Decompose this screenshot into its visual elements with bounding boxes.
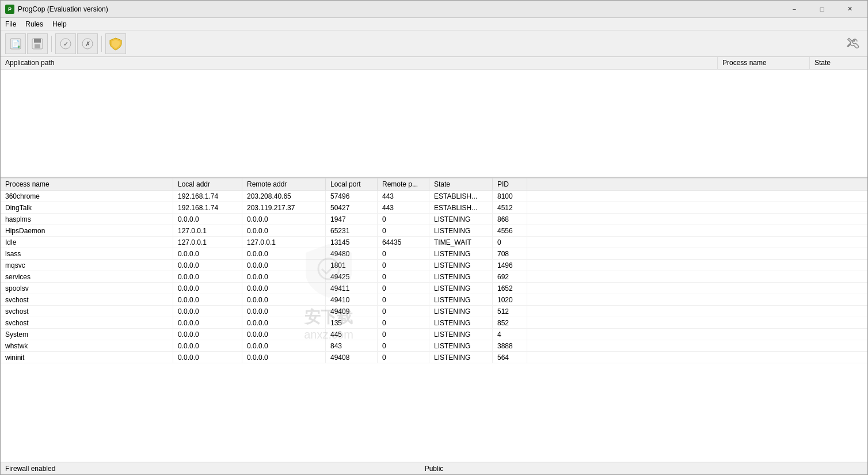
cell-state: LISTENING [429, 340, 493, 351]
cell-pid: 8100 [493, 191, 527, 202]
cell-local-addr: 192.168.1.74 [173, 202, 242, 213]
cell-process: lsass [1, 248, 173, 259]
col-remote-p: Remote p... [378, 178, 429, 190]
table-row[interactable]: spoolsv 0.0.0.0 0.0.0.0 49411 0 LISTENIN… [1, 283, 867, 294]
cell-pid: 4556 [493, 225, 527, 236]
cell-remote-p: 0 [378, 260, 429, 271]
shield-button[interactable] [105, 33, 126, 54]
table-row[interactable]: HipsDaemon 127.0.0.1 0.0.0.0 65231 0 LIS… [1, 225, 867, 237]
status-network-type: Public [291, 465, 577, 473]
table-row[interactable]: Idle 127.0.0.1 127.0.0.1 13145 64435 TIM… [1, 237, 867, 248]
new-rule-button[interactable]: 📄 + [5, 33, 26, 54]
cell-local-port: 1801 [326, 260, 378, 271]
status-firewall: Firewall enabled [5, 465, 291, 473]
save-icon [31, 37, 44, 50]
cell-state: LISTENING [429, 271, 493, 282]
deny-button[interactable]: ✗ [77, 33, 98, 54]
cell-remote-p: 443 [378, 191, 429, 202]
svg-rect-5 [35, 44, 40, 48]
new-rule-icon: 📄 + [9, 37, 22, 50]
cell-state: LISTENING [429, 306, 493, 317]
toolbar-sep-1 [51, 36, 52, 52]
menu-file[interactable]: File [1, 19, 21, 29]
cell-process: Idle [1, 237, 173, 248]
cell-local-addr: 0.0.0.0 [173, 260, 242, 271]
cell-local-addr: 0.0.0.0 [173, 248, 242, 259]
table-row[interactable]: System 0.0.0.0 0.0.0.0 445 0 LISTENING 4 [1, 329, 867, 340]
toolbar-sep-2 [101, 36, 102, 52]
cell-process: svchost [1, 306, 173, 317]
minimize-button[interactable]: − [781, 3, 808, 15]
cell-remote-p: 0 [378, 306, 429, 317]
cell-pid: 4 [493, 329, 527, 340]
cell-remote-p: 0 [378, 317, 429, 328]
cell-local-port: 49480 [326, 248, 378, 259]
cell-remote-p: 0 [378, 352, 429, 363]
cell-local-port: 50427 [326, 202, 378, 213]
menu-help[interactable]: Help [48, 19, 71, 29]
cell-remote-p: 0 [378, 225, 429, 236]
table-row[interactable]: svchost 0.0.0.0 0.0.0.0 135 0 LISTENING … [1, 317, 867, 329]
col-state-upper: State [810, 57, 867, 69]
cell-process: whstwk [1, 340, 173, 351]
cell-pid: 852 [493, 317, 527, 328]
cell-remote-addr: 0.0.0.0 [242, 294, 326, 305]
table-row[interactable]: svchost 0.0.0.0 0.0.0.0 49409 0 LISTENIN… [1, 306, 867, 317]
table-row[interactable]: services 0.0.0.0 0.0.0.0 49425 0 LISTENI… [1, 271, 867, 283]
svg-text:✗: ✗ [85, 40, 90, 47]
connection-table: 360chrome 192.168.1.74 203.208.40.65 574… [1, 191, 867, 462]
cell-process: HipsDaemon [1, 225, 173, 236]
cell-pid: 1652 [493, 283, 527, 294]
table-row[interactable]: DingTalk 192.168.1.74 203.119.217.37 504… [1, 202, 867, 214]
cell-local-addr: 0.0.0.0 [173, 283, 242, 294]
table-row[interactable]: whstwk 0.0.0.0 0.0.0.0 843 0 LISTENING 3… [1, 340, 867, 352]
cell-pid: 1496 [493, 260, 527, 271]
table-row[interactable]: mqsvc 0.0.0.0 0.0.0.0 1801 0 LISTENING 1… [1, 260, 867, 271]
upper-panel: Application path Process name State [1, 57, 867, 178]
svg-text:✓: ✓ [63, 40, 68, 47]
svg-rect-4 [34, 39, 41, 43]
cell-local-addr: 192.168.1.74 [173, 191, 242, 202]
cell-pid: 512 [493, 306, 527, 317]
window-controls: − □ ✕ [781, 3, 863, 15]
title-bar: P ProgCop (Evaluation version) − □ ✕ [1, 1, 867, 18]
cell-state: LISTENING [429, 225, 493, 236]
cell-remote-addr: 0.0.0.0 [242, 248, 326, 259]
cell-remote-addr: 0.0.0.0 [242, 306, 326, 317]
upper-panel-header: Application path Process name State [1, 57, 867, 70]
cell-local-port: 49410 [326, 294, 378, 305]
cell-pid: 692 [493, 271, 527, 282]
cell-remote-p: 0 [378, 214, 429, 225]
toolbar: 📄 + ✓ ✗ [1, 31, 867, 57]
allow-icon: ✓ [59, 37, 72, 50]
cell-process: DingTalk [1, 202, 173, 213]
cell-remote-addr: 127.0.0.1 [242, 237, 326, 248]
cell-process: services [1, 271, 173, 282]
cell-remote-p: 443 [378, 202, 429, 213]
table-row[interactable]: 360chrome 192.168.1.74 203.208.40.65 574… [1, 191, 867, 202]
cell-state: LISTENING [429, 352, 493, 363]
cell-remote-p: 0 [378, 294, 429, 305]
table-row[interactable]: hasplms 0.0.0.0 0.0.0.0 1947 0 LISTENING… [1, 214, 867, 225]
settings-button[interactable] [842, 33, 863, 54]
cell-process: 360chrome [1, 191, 173, 202]
menu-rules[interactable]: Rules [21, 19, 48, 29]
menu-bar: File Rules Help [1, 18, 867, 31]
cell-local-addr: 0.0.0.0 [173, 214, 242, 225]
cell-local-addr: 127.0.0.1 [173, 237, 242, 248]
cell-remote-p: 64435 [378, 237, 429, 248]
table-row[interactable]: svchost 0.0.0.0 0.0.0.0 49410 0 LISTENIN… [1, 294, 867, 306]
cell-local-port: 135 [326, 317, 378, 328]
cell-remote-p: 0 [378, 271, 429, 282]
table-row[interactable]: lsass 0.0.0.0 0.0.0.0 49480 0 LISTENING … [1, 248, 867, 260]
svg-text:+: + [17, 44, 20, 50]
cell-remote-addr: 0.0.0.0 [242, 340, 326, 351]
cell-state: LISTENING [429, 248, 493, 259]
close-button[interactable]: ✕ [836, 3, 863, 15]
table-row[interactable]: wininit 0.0.0.0 0.0.0.0 49408 0 LISTENIN… [1, 352, 867, 363]
save-button[interactable] [27, 33, 48, 54]
maximize-button[interactable]: □ [809, 3, 835, 15]
allow-button[interactable]: ✓ [55, 33, 76, 54]
cell-local-addr: 0.0.0.0 [173, 306, 242, 317]
cell-remote-p: 0 [378, 340, 429, 351]
